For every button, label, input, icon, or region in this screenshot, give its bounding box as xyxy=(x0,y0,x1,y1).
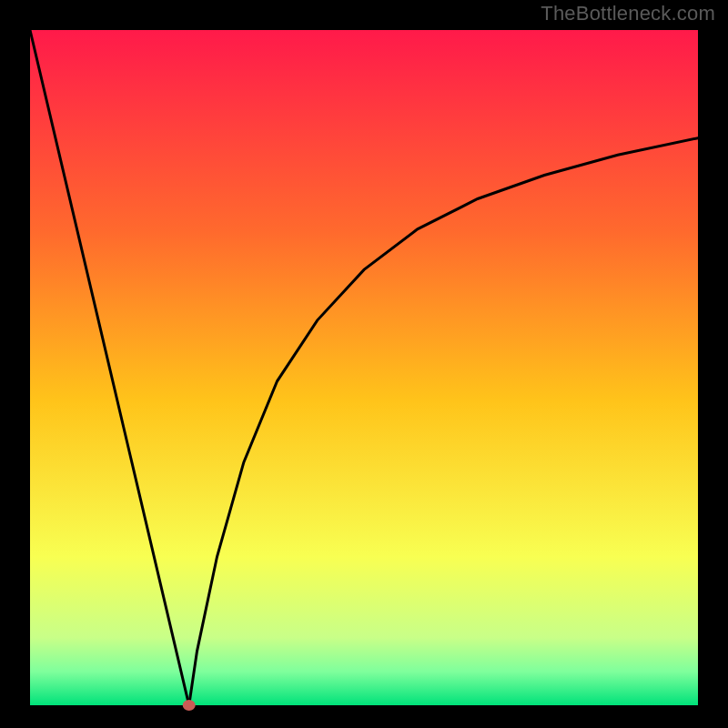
plot-area xyxy=(30,30,698,705)
watermark-text: TheBottleneck.com xyxy=(541,2,715,25)
chart-svg xyxy=(0,0,728,728)
bottleneck-marker xyxy=(183,700,196,711)
chart-frame: TheBottleneck.com xyxy=(0,0,728,728)
